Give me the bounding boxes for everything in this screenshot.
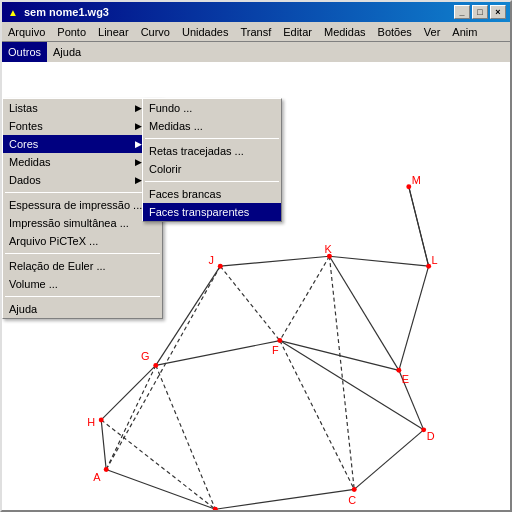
svg-line-14 (280, 256, 330, 340)
svg-line-1 (215, 489, 354, 509)
svg-text:C: C (348, 494, 356, 506)
window-title: sem nome1.wg3 (24, 6, 454, 18)
svg-point-28 (396, 368, 401, 373)
menu-euler[interactable]: Relação de Euler ... (3, 257, 162, 275)
svg-line-0 (106, 470, 215, 510)
cores-separator-2 (145, 181, 279, 182)
menu-retas-tracejadas[interactable]: Retas tracejadas ... (143, 142, 281, 160)
menu-medidas-item[interactable]: Medidas ▶ (3, 153, 162, 171)
svg-line-21 (101, 420, 215, 509)
svg-point-30 (153, 363, 158, 368)
svg-line-9 (220, 256, 329, 266)
menu-fundo[interactable]: Fundo ... (143, 99, 281, 117)
svg-text:F: F (272, 344, 279, 356)
cores-separator-1 (145, 138, 279, 139)
menu-medidas[interactable]: Medidas (318, 22, 372, 41)
svg-point-29 (277, 338, 282, 343)
menu-cores[interactable]: Cores ▶ (3, 135, 162, 153)
content-area: A B C D E F G H J K L M Listas ▶ Fontes … (2, 62, 510, 510)
separator-3 (5, 296, 160, 297)
menubar2: Outros Ajuda (2, 42, 510, 62)
menu-colorir[interactable]: Colorir (143, 160, 281, 178)
close-button[interactable]: × (490, 5, 506, 19)
title-bar: ▲ sem nome1.wg3 _ □ × (2, 2, 510, 22)
menu-transf[interactable]: Transf (234, 22, 277, 41)
svg-point-32 (218, 264, 223, 269)
svg-text:G: G (141, 350, 149, 362)
window-icon: ▲ (6, 5, 20, 19)
svg-point-24 (104, 467, 109, 472)
cores-submenu: Fundo ... Medidas ... Retas tracejadas .… (142, 98, 282, 222)
svg-line-13 (220, 266, 280, 340)
menu-ajuda[interactable]: Ajuda (47, 42, 87, 62)
svg-point-35 (406, 184, 411, 189)
menu-pictex[interactable]: Arquivo PiCTeX ... (3, 232, 162, 250)
svg-text:M: M (412, 174, 421, 186)
svg-text:K: K (324, 243, 332, 255)
svg-line-8 (101, 420, 106, 470)
svg-text:L: L (432, 254, 438, 266)
svg-text:E: E (402, 373, 409, 385)
maximize-button[interactable]: □ (472, 5, 488, 19)
svg-line-12 (156, 266, 220, 365)
menu-faces-transparentes[interactable]: Faces transparentes (143, 203, 281, 221)
svg-line-16 (399, 266, 429, 370)
svg-line-10 (329, 256, 428, 266)
menu-faces-brancas[interactable]: Faces brancas (143, 185, 281, 203)
menu-outros[interactable]: Outros (2, 42, 47, 62)
menu-medidas-cores[interactable]: Medidas ... (143, 117, 281, 135)
svg-line-4 (156, 341, 280, 366)
svg-point-34 (426, 264, 431, 269)
menu-linear[interactable]: Linear (92, 22, 135, 41)
menu-anim[interactable]: Anim (446, 22, 483, 41)
menu-unidades[interactable]: Unidades (176, 22, 234, 41)
svg-line-7 (101, 365, 156, 420)
svg-text:J: J (208, 254, 213, 266)
menu-impressao[interactable]: Impressão simultânea ... (3, 214, 162, 232)
menu-ajuda-item[interactable]: Ajuda (3, 300, 162, 318)
svg-text:H: H (87, 416, 95, 428)
menu-fontes[interactable]: Fontes ▶ (3, 117, 162, 135)
svg-text:D: D (427, 430, 435, 442)
menu-espessura[interactable]: Espessura de impressão ... (3, 196, 162, 214)
svg-line-19 (280, 341, 354, 490)
menu-dados[interactable]: Dados ▶ (3, 171, 162, 189)
outros-dropdown: Listas ▶ Fontes ▶ Cores ▶ Medidas ▶ Dado… (2, 98, 163, 319)
menu-curvo[interactable]: Curvo (135, 22, 176, 41)
menu-volume[interactable]: Volume ... (3, 275, 162, 293)
title-bar-buttons: _ □ × (454, 5, 506, 19)
svg-point-26 (352, 487, 357, 492)
svg-point-31 (99, 417, 104, 422)
separator-2 (5, 253, 160, 254)
menu-ver[interactable]: Ver (418, 22, 447, 41)
svg-line-5 (280, 341, 399, 371)
svg-line-17 (409, 187, 429, 266)
menu-ponto[interactable]: Ponto (51, 22, 92, 41)
menu-arquivo[interactable]: Arquivo (2, 22, 51, 41)
svg-text:A: A (93, 471, 101, 483)
svg-point-27 (421, 427, 426, 432)
main-window: ▲ sem nome1.wg3 _ □ × Arquivo Ponto Line… (0, 0, 512, 512)
svg-line-2 (354, 430, 423, 490)
svg-line-18 (156, 365, 216, 509)
separator-1 (5, 192, 160, 193)
minimize-button[interactable]: _ (454, 5, 470, 19)
menu-editar[interactable]: Editar (277, 22, 318, 41)
menu-botoes[interactable]: Botões (372, 22, 418, 41)
menu-listas[interactable]: Listas ▶ (3, 99, 162, 117)
menubar: Arquivo Ponto Linear Curvo Unidades Tran… (2, 22, 510, 42)
svg-line-6 (106, 365, 156, 469)
